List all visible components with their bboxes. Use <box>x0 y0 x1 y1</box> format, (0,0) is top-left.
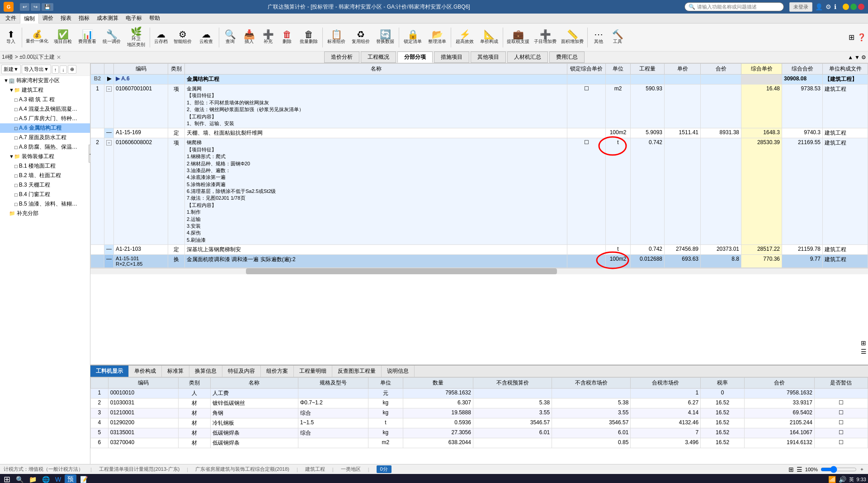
list-view-icon[interactable]: ☰ <box>861 348 867 355</box>
tree-B2[interactable]: □ B.2 墙、柱面工程 <box>0 171 90 180</box>
start-btn[interactable]: ⊞ <box>2 474 12 483</box>
move-down-btn[interactable]: ↓ <box>60 66 67 74</box>
tree-root[interactable]: ▼🏢 韩家湾村安置小区 <box>0 76 90 85</box>
expand-btn[interactable]: ⊕ <box>68 65 76 74</box>
menu-help[interactable]: 帮助 <box>146 14 164 23</box>
unified-adjust-btn[interactable]: 🔧 统一调价 <box>100 28 123 46</box>
tree-B4[interactable]: □ B.4 门窗工程 <box>0 190 90 199</box>
tools-btn[interactable]: 🔨 工具 <box>609 28 627 46</box>
view-toggle-1[interactable]: ⊞ <box>788 466 794 473</box>
tree-A4[interactable]: □ A.4 混凝土及钢筋混凝… <box>0 104 90 114</box>
notepad-btn[interactable]: 📝 <box>78 476 90 483</box>
tree-decoration[interactable]: ▼📁 装饰装修工程 <box>0 152 90 161</box>
cell-2-expand[interactable]: － <box>104 138 114 245</box>
save-btn[interactable]: 💾 <box>42 3 53 11</box>
search-taskbar-btn[interactable]: 🔍 <box>14 476 25 483</box>
tax-support-btn[interactable]: 💼 提取税支援 <box>505 28 531 46</box>
tree-building[interactable]: ▼📁 建筑工程 <box>0 85 90 95</box>
tree-A3[interactable]: □ A.3 砌 筑 工 程 <box>0 95 90 104</box>
ie-btn[interactable]: W <box>53 476 63 483</box>
new-btn[interactable]: 新建▼ <box>1 65 21 74</box>
edge-btn[interactable]: 🌐 <box>40 476 52 483</box>
standard-group-btn[interactable]: 📋 标准组价 <box>325 28 348 46</box>
breadcrumb-close[interactable]: ✕ <box>57 54 61 61</box>
table-view-icon[interactable]: ⊞ <box>861 339 867 347</box>
menu-report[interactable]: 报表 <box>57 14 75 23</box>
reuse-group-btn[interactable]: ♻ 复用组价 <box>349 28 373 46</box>
cloud-check-btn[interactable]: ☁ 云检查 <box>195 28 217 46</box>
unit-compose-btn[interactable]: 📐 单价构成 <box>477 28 501 46</box>
env-region-btn[interactable]: 🌿 环卫地区类别 <box>124 26 148 49</box>
tab-reverse-qty[interactable]: 反查图形工程量 <box>332 366 382 377</box>
toolbar-help-btn[interactable]: ❓ <box>857 33 866 42</box>
tab-section-items[interactable]: 分部分项 <box>397 52 433 63</box>
settings-icon[interactable]: ⚙ <box>826 3 831 10</box>
tree-A5[interactable]: □ A.5 厂库房大门、特种… <box>0 114 90 123</box>
menu-edit[interactable]: 编制 <box>20 14 39 23</box>
others-btn[interactable]: ⋯ 其他 <box>590 28 608 46</box>
menu-file[interactable]: 文件 <box>2 14 20 23</box>
minimize-btn[interactable] <box>843 4 849 10</box>
cell-1-lock[interactable]: ☐ <box>567 84 606 128</box>
file-manager-btn[interactable]: 📁 <box>27 476 38 483</box>
global-search-input[interactable] <box>697 4 769 9</box>
main-table-area[interactable]: 编码 类别 名称 锁定综合单价 单位 工程量 单价 合价 综合单价 综合合价 单… <box>90 63 868 365</box>
zoom-slider[interactable] <box>821 467 857 472</box>
info-icon[interactable]: ℹ <box>834 3 836 10</box>
tree-B1[interactable]: □ B.1 楼地面工程 <box>0 161 90 171</box>
gld-taskbar-btn[interactable]: 预 <box>65 474 76 483</box>
undo-btn[interactable]: ↩ <box>20 3 29 11</box>
tree-A6[interactable]: □ A.6 金属结构工程 <box>0 123 90 133</box>
maximize-btn[interactable] <box>850 4 857 10</box>
menu-adjust[interactable]: 调价 <box>39 14 57 23</box>
settings-view-btn[interactable]: ⚙ <box>861 54 866 61</box>
tab-unit-compose[interactable]: 单价构成 <box>129 366 162 377</box>
cell-1-expand[interactable]: － <box>104 84 114 128</box>
tree-B3[interactable]: □ B.3 天棚工程 <box>0 180 90 190</box>
import-btn[interactable]: ⬆ 导入 <box>2 28 20 46</box>
organize-clear-btn[interactable]: 📂 整理清单 <box>425 28 449 46</box>
arrow-up-btn[interactable]: ▲ <box>848 54 853 61</box>
tree-A7[interactable]: □ A.7 屋面及防水工程 <box>0 133 90 142</box>
menu-cost[interactable]: 成本测算 <box>93 14 122 23</box>
cell-b2-expand[interactable]: ▶ <box>104 75 114 84</box>
close-btn[interactable] <box>858 4 864 10</box>
h-scrollbar[interactable] <box>90 268 868 274</box>
cloud-save-btn[interactable]: ☁ 云存档 <box>152 28 170 46</box>
child-increase-btn[interactable]: ➕ 子目增加费 <box>532 28 558 46</box>
global-search-box[interactable]: 🔍 <box>684 2 784 11</box>
query-btn[interactable]: 🔍 查询 <box>221 28 239 46</box>
move-up-btn[interactable]: ↑ <box>52 66 59 74</box>
zoom-in-btn[interactable]: ＋ <box>859 466 864 473</box>
tab-labor-machine[interactable]: 工料机显示 <box>90 366 129 377</box>
tab-labor-material[interactable]: 人材机汇总 <box>507 52 548 63</box>
replace-data-btn[interactable]: 🔄 替换数据 <box>373 28 397 46</box>
fee-view-btn[interactable]: 📊 费用查看 <box>75 28 99 46</box>
menu-ebid[interactable]: 电子标 <box>122 14 146 23</box>
tab-cost-analysis[interactable]: 造价分析 <box>324 52 359 63</box>
area-increase-btn[interactable]: 📏 面积增加费 <box>559 28 585 46</box>
batch-delete-btn[interactable]: 🗑 批量删除 <box>297 28 321 46</box>
import-export-btn[interactable]: 导入导出▼ <box>22 65 51 74</box>
tab-feature-content[interactable]: 特征及内容 <box>222 366 261 377</box>
toolbar-right-btn[interactable]: ⊞ <box>849 33 854 42</box>
smart-group-btn[interactable]: ⚙ 智能组价 <box>171 28 194 46</box>
tree-supplement[interactable]: 📁 补充分部 <box>0 209 90 218</box>
tab-conversion[interactable]: 换算信息 <box>189 366 222 377</box>
self-check-btn[interactable]: ✅ 项目自检 <box>51 28 75 46</box>
tree-B5[interactable]: □ B.5 油漆、涂料、裱糊… <box>0 199 90 209</box>
tab-fee-summary[interactable]: 费用汇总 <box>549 52 585 63</box>
tab-other-items[interactable]: 其他项目 <box>471 52 506 63</box>
tab-qty-detail[interactable]: 工程量明细 <box>294 366 332 377</box>
delete-btn[interactable]: 🗑 删除 <box>278 28 296 46</box>
tab-overview[interactable]: 工程概况 <box>361 52 396 63</box>
bottom-table-area[interactable]: 编码 类别 名称 规格及型号 单位 数量 不含税预算价 不含税市场价 合税市场价… <box>90 377 868 464</box>
arrow-down-btn[interactable]: ▼ <box>854 54 860 61</box>
super-efficient-btn[interactable]: ⚡ 超高效效 <box>453 28 476 46</box>
insert-btn[interactable]: 📥 插入 <box>240 28 258 46</box>
menu-indicator[interactable]: 指标 <box>75 14 93 23</box>
tab-group-plan[interactable]: 组价方案 <box>261 366 294 377</box>
tab-description[interactable]: 说明信息 <box>382 366 415 377</box>
tab-standard-calc[interactable]: 标准算 <box>162 366 189 377</box>
tab-measures[interactable]: 措施项目 <box>434 52 469 63</box>
